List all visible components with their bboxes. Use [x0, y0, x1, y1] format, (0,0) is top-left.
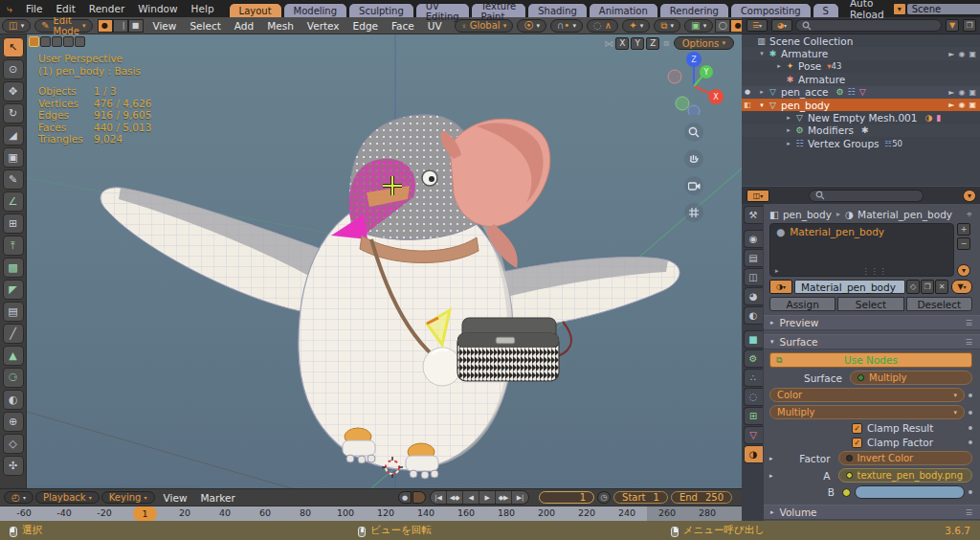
outliner-editor-dropdown[interactable]: ☰▾ [746, 19, 768, 32]
tool-tweak-cursor[interactable]: ⊙ [3, 59, 24, 79]
tool-add-cube[interactable]: ⊞ [3, 214, 24, 234]
mode-dropdown[interactable]: ✎ Edit Mode ▾ [34, 19, 92, 33]
surface-section-header[interactable]: ▾Surface☰ [764, 334, 980, 349]
tab-scene[interactable]: ◕ [744, 287, 763, 305]
expand-chevron-icon[interactable]: ▸ [769, 455, 773, 462]
tool-measure[interactable]: ∠ [3, 191, 24, 212]
tab-output[interactable]: ▤ [744, 249, 763, 267]
tool-move[interactable]: ✥ [3, 81, 24, 101]
menu-select[interactable]: Select [183, 20, 227, 32]
volume-section-header[interactable]: ▸Volume☰ [764, 505, 980, 520]
pin-icon[interactable]: ⌖ [967, 208, 972, 220]
tool-annotate[interactable]: ✎ [3, 169, 24, 190]
menu-edge[interactable]: Edge [346, 20, 385, 32]
outliner-display-dropdown[interactable]: ◕▾ [771, 19, 792, 32]
surface-shader-selector[interactable]: Multiply [850, 371, 972, 385]
workspace-tab-rendering[interactable]: Rendering [659, 3, 729, 17]
expand-chevron-icon[interactable]: ▸ [774, 62, 784, 70]
selectable-icon[interactable]: ► [948, 50, 954, 58]
tool-shrink-fatten[interactable]: ◇ [3, 434, 24, 454]
b-color-field[interactable] [855, 485, 965, 499]
material-filter-dropdown[interactable]: ▼▾ [951, 280, 972, 294]
mirror-x-button[interactable]: X [615, 37, 629, 50]
outliner-row-pen-acce[interactable]: ● ▸ ▽ pen_acce ⚙ ☷ ▽ ► ◉ ▣ [742, 86, 980, 99]
play-button[interactable]: ▶ [479, 491, 496, 504]
shading-wireframe-button[interactable]: ◯ [715, 19, 730, 33]
menu-add[interactable]: Add [228, 20, 260, 32]
expand-chevron-icon[interactable]: ▸ [769, 472, 773, 480]
outliner-row-pose[interactable]: ▸ ✦ Pose ▾43 [742, 60, 980, 73]
hide-eye-icon[interactable]: ◉ [958, 50, 965, 58]
workspace-tab-texture-paint[interactable]: Texture Paint [471, 3, 527, 17]
tool-edge-slide[interactable]: ⊕ [3, 412, 24, 432]
tool-extrude-region[interactable]: ⤒ [3, 236, 24, 256]
render-camera-icon[interactable]: ▣ [969, 88, 976, 97]
camera-view-button[interactable] [684, 176, 703, 195]
zoom-view-button[interactable] [684, 123, 703, 142]
list-grip-icon[interactable]: ⋮⋮⋮ [862, 267, 888, 276]
expand-chevron-icon[interactable]: ▸ [784, 126, 793, 134]
outliner-row-new-empty-mesh[interactable]: ▸ ▽ New Empty Mesh.001 ◑ ▮ [742, 111, 980, 124]
quick-icon-active[interactable] [29, 36, 39, 47]
tab-physics[interactable]: ◌ [744, 388, 763, 406]
workspace-tab-shading[interactable]: Shading [527, 3, 588, 17]
tool-rotate[interactable]: ↻ [3, 103, 24, 124]
animate-dot[interactable] [969, 426, 972, 430]
jump-to-end-button[interactable]: ▶| [512, 491, 528, 504]
unlink-material-button[interactable]: ✕ [935, 280, 948, 294]
selectable-icon[interactable]: ► [948, 101, 954, 109]
clamp-result-checkbox[interactable]: ✓ [852, 423, 862, 434]
menu-edit[interactable]: Edit [49, 3, 81, 14]
workspace-tab-uv-editing[interactable]: UV Editing [415, 3, 470, 17]
menu-view[interactable]: View [146, 20, 184, 32]
auto-keying-toggle[interactable]: ● [398, 491, 412, 504]
mirror-y-button[interactable]: Y [631, 37, 644, 50]
preview-section-header[interactable]: ▸Preview☰ [764, 315, 980, 330]
hide-eye-icon[interactable]: ◉ [958, 101, 965, 109]
mirror-z-button[interactable]: Z [646, 37, 659, 50]
menu-vertex[interactable]: Vertex [301, 20, 346, 32]
add-slot-button[interactable]: + [957, 223, 970, 236]
quick-icon-5[interactable] [75, 36, 85, 47]
browse-material-button[interactable]: ◑▾ [769, 280, 792, 294]
tool-knife[interactable]: ╱ [3, 324, 24, 344]
slot-specials-button[interactable]: ▾ [957, 264, 970, 277]
material-slot-list[interactable]: ● Material_pen_body ▸ ⋮⋮⋮ [769, 223, 954, 277]
tool-rip-region[interactable]: ✣ [3, 456, 24, 476]
timeline-editor-dropdown[interactable]: ◴ ▾ [4, 491, 33, 504]
outliner-row-armature-data[interactable]: ✱ Armature [742, 73, 980, 85]
prev-keyframe-button[interactable]: ◀◆ [447, 491, 463, 504]
next-keyframe-button[interactable]: ◆▶ [496, 491, 512, 504]
pivot-point-dropdown[interactable]: ⦿ ▾ [517, 19, 546, 33]
tool-smooth[interactable]: ◐ [3, 390, 24, 410]
timeline-view-menu[interactable]: View [157, 492, 194, 504]
copy-material-button[interactable]: ❐ [921, 280, 934, 294]
quick-icon-3[interactable] [52, 36, 62, 47]
keying-set-button[interactable] [412, 491, 426, 504]
tab-modifiers[interactable]: ⚙ [744, 349, 763, 368]
workspace-tab-scripting[interactable]: S [813, 3, 839, 17]
outliner-row-armature[interactable]: ▾ ✱ Armature ► ◉ ▣ [742, 47, 980, 59]
material-name-field[interactable]: Material_pen_body [794, 280, 905, 294]
animate-dot[interactable] [969, 490, 972, 494]
expand-chevron-icon[interactable]: ▸ [784, 140, 793, 147]
tab-tool[interactable]: ⚒ [744, 206, 763, 224]
a-input[interactable]: texture_pen_body.png [838, 468, 972, 483]
assign-button[interactable]: Assign [769, 297, 835, 311]
keying-dropdown[interactable]: Keying ▾ [101, 491, 155, 504]
expand-chevron-icon[interactable]: ▸ [757, 88, 767, 96]
menu-window[interactable]: Window [131, 3, 184, 14]
color-input-dropdown[interactable]: Color▾ [769, 388, 965, 402]
tab-particles[interactable]: ∴ [744, 369, 763, 387]
workspace-tab-animation[interactable]: Animation [589, 3, 658, 17]
menu-help[interactable]: Help [185, 3, 221, 14]
outliner-row-scene-collection[interactable]: ▥ Scene Collection [742, 34, 980, 47]
quick-icon-4[interactable] [63, 36, 74, 47]
breadcrumb-object[interactable]: pen_body [783, 209, 832, 220]
scene-selector[interactable]: Scene [906, 3, 980, 15]
frame-start-field[interactable]: Start1 [613, 491, 668, 504]
workspace-tab-modeling[interactable]: Modeling [283, 3, 348, 17]
expand-chevron-icon[interactable]: ▾ [757, 101, 767, 109]
material-slot-name[interactable]: Material_pen_body [790, 226, 884, 237]
workspace-tab-layout[interactable]: Layout [229, 3, 282, 17]
